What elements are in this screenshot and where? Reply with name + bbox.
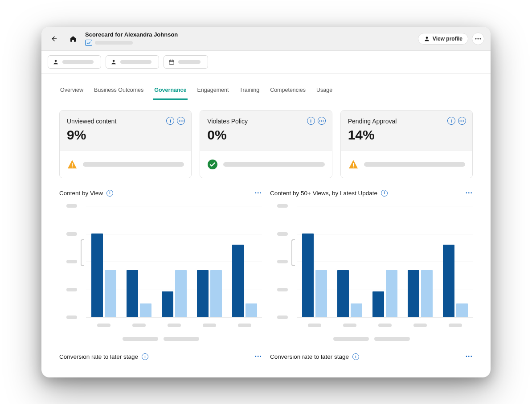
check-circle-icon [207,159,218,170]
section-more-icon[interactable]: ··· [255,189,262,197]
chart-content-by-50 [270,201,473,335]
view-profile-label: View profile [433,36,462,42]
tab-bar: Overview Business Outcomes Governance En… [41,82,491,100]
section-content-by-view: Content by View i ··· [59,189,262,341]
legend-item-skeleton [333,337,369,341]
tab-usage[interactable]: Usage [315,82,333,100]
legend-item-skeleton [123,337,158,341]
page-title: Scorecard for Alexandra Johnson [85,31,178,38]
card-violates-policy: i Violates Policy 0% [200,110,332,178]
more-menu-button[interactable] [472,33,484,45]
chart-legend [59,335,262,341]
breadcrumb: Scorecard for Alexandra Johnson [85,31,178,46]
card-more-icon[interactable] [177,117,185,125]
filter-person-2[interactable] [106,55,159,69]
chart-bar [105,270,116,317]
info-icon[interactable]: i [142,353,148,360]
svg-point-17 [462,120,462,121]
calendar-icon [168,59,175,65]
card-more-icon[interactable] [318,117,326,125]
info-icon[interactable]: i [166,117,174,125]
section-header: Conversion rate to later stage i ··· [59,352,262,361]
chart-bar [315,270,327,317]
chart-bar [372,291,384,317]
svg-point-16 [460,120,461,121]
top-bar-left: Scorecard for Alexandra Johnson [48,31,178,46]
section-conv-rate-1: Conversion rate to later stage i ··· [59,352,262,365]
chart-legend [270,335,473,341]
section-header: Conversion rate to later stage i ··· [270,352,473,361]
svg-point-4 [55,60,57,62]
top-bar: Scorecard for Alexandra Johnson View pro… [41,27,491,51]
svg-point-14 [323,120,323,121]
tab-overview[interactable]: Overview [59,82,84,100]
home-button[interactable] [66,32,80,45]
chart-bar [197,270,209,317]
info-icon[interactable]: i [447,117,455,125]
section-title: Conversion rate to later stage [59,353,138,360]
chart-bar [91,234,103,317]
info-icon[interactable]: i [307,117,315,125]
svg-point-18 [463,120,464,121]
info-icon[interactable]: i [106,190,113,197]
legend-item-skeleton [164,337,199,341]
chart-bar [456,303,468,317]
chart-bar [175,270,187,317]
section-content-by-50: Content by 50+ Views, by Latest Update i… [270,189,473,341]
filter-skeleton [178,60,201,64]
card-footer [341,151,472,178]
svg-point-2 [477,38,479,39]
section-more-icon[interactable]: ··· [255,352,262,361]
svg-point-1 [475,38,476,39]
filter-skeleton [62,60,94,64]
section-more-icon[interactable]: ··· [466,352,473,361]
chart-bar [140,303,151,317]
tab-competencies[interactable]: Competencies [269,82,307,100]
ellipsis-icon [475,38,481,40]
section-header: Content by View i ··· [59,189,262,197]
chart-content-by-view [59,201,262,335]
chart-bar [386,270,397,317]
svg-point-7 [179,120,180,121]
tab-training[interactable]: Training [238,82,260,100]
svg-rect-20 [353,167,354,168]
card-header: i Unviewed content 9% [60,111,191,151]
info-icon[interactable]: i [352,353,359,360]
svg-point-9 [182,120,183,121]
top-bar-right: View profile [418,33,484,45]
kpi-cards: i Unviewed content 9% i Violates Policy [41,100,491,181]
card-header: i Pending Approval 14% [341,111,472,151]
filter-date[interactable] [164,55,208,69]
filter-person-1[interactable] [48,55,101,69]
card-value: 14% [348,127,465,143]
tab-business-outcomes[interactable]: Business Outcomes [93,82,144,100]
filter-skeleton [120,60,151,64]
person-icon [424,36,430,42]
person-icon [110,59,117,65]
chart-bar [337,270,349,317]
chart-bar [127,270,138,317]
chart-bar [421,270,433,317]
tab-governance[interactable]: Governance [153,82,187,100]
card-more-icon[interactable] [458,117,466,125]
card-footer-skeleton [364,162,465,167]
section-title: Conversion rate to later stage [270,353,349,360]
svg-rect-11 [72,167,73,168]
person-icon [53,59,59,65]
breadcrumb-skeleton [95,41,133,45]
chart-bar [408,270,419,317]
view-profile-button[interactable]: View profile [418,33,468,45]
card-value: 9% [67,127,184,143]
chart-badge-icon [85,40,92,46]
info-icon[interactable]: i [381,190,388,197]
chart-bar [210,270,222,317]
tab-engagement[interactable]: Engagement [196,82,230,100]
back-button[interactable] [48,32,61,45]
svg-point-5 [113,60,115,62]
section-title: Content by 50+ Views, by Latest Update [270,190,377,197]
section-more-icon[interactable]: ··· [466,189,473,197]
card-footer-skeleton [83,162,184,167]
chart-bar [232,245,244,317]
card-unviewed-content: i Unviewed content 9% [59,110,192,178]
card-header: i Violates Policy 0% [200,111,331,151]
